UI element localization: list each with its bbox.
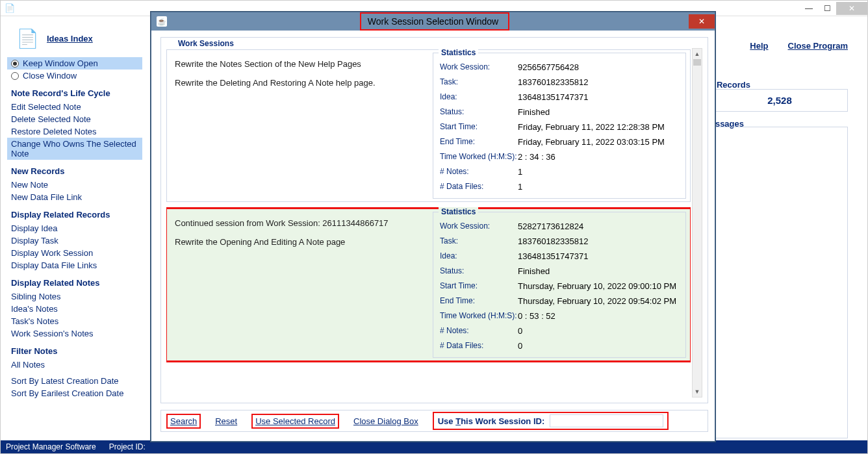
radio-checked-icon [11, 60, 19, 68]
ideas-notes-link[interactable]: Idea's Notes [7, 303, 142, 315]
work-sessions-fieldset: Work Sessions Rewrite the Notes Section … [160, 37, 708, 403]
app-icon: 📄 [5, 3, 15, 14]
session-line: Rewrite the Notes Section of the New Hel… [175, 59, 425, 69]
stat-key: Work Session: [440, 60, 518, 75]
stat-end: Friday, February 11, 2022 03:03:15 PM [518, 134, 665, 149]
search-button[interactable]: SSearchearch [168, 415, 199, 427]
statistics-legend: Statistics [439, 207, 478, 216]
stat-key: Status: [440, 264, 518, 279]
work-session-id-input[interactable] [550, 414, 663, 427]
document-icon: 📄 [16, 28, 39, 49]
session-line: Rewrite the Opening And Editing A Note p… [175, 237, 425, 247]
stat-start: Friday, February 11, 2022 12:28:38 PM [518, 120, 665, 134]
stat-key: End Time: [440, 134, 518, 149]
sort-earliest-link[interactable]: Sort By Earilest Creation Date [7, 387, 142, 399]
stat-key: Task: [440, 75, 518, 90]
work-session-selection-window: ☕ Work Session Selection Window ✕ Work S… [151, 12, 715, 442]
help-link[interactable]: Help [750, 41, 768, 51]
change-owner-link[interactable]: Change Who Owns The Selected Note [7, 138, 142, 160]
stat-key: # Data Files: [440, 338, 518, 353]
restore-deleted-notes-link[interactable]: Restore Deleted Notes [7, 125, 142, 138]
stat-files: 1 [518, 179, 522, 194]
records-count: 2,528 [711, 89, 848, 112]
status-app-name: Project Manager Software [6, 442, 96, 451]
section-life-cycle: Note Record's Life Cycle [11, 88, 142, 98]
maximize-button[interactable]: ☐ [818, 2, 836, 15]
statistics-box: Statistics Work Session:52827173612824 T… [433, 212, 686, 358]
session-line: Rewrite the Deleting And Restoring A Not… [175, 78, 425, 88]
stat-files: 0 [518, 338, 522, 353]
close-button[interactable]: ✕ [836, 2, 867, 15]
stat-notes: 0 [518, 323, 522, 338]
display-data-file-links-link[interactable]: Display Data File Links [7, 259, 142, 271]
edit-selected-note-link[interactable]: Edit Selected Note [7, 101, 142, 113]
scroll-up-icon[interactable]: ▲ [693, 49, 702, 59]
stat-idea: 136481351747371 [518, 90, 588, 105]
stat-key: Idea: [440, 90, 518, 105]
close-dialog-button[interactable]: Close Dialog Box [353, 416, 418, 426]
radio-unchecked-icon [11, 72, 19, 80]
modal-titlebar[interactable]: ☕ Work Session Selection Window ✕ [151, 12, 715, 31]
stat-end: Thursday, February 10, 2022 09:54:02 PM [518, 294, 676, 309]
all-notes-link[interactable]: All Notes [7, 359, 142, 371]
sibling-notes-link[interactable]: Sibling Notes [7, 290, 142, 303]
stat-ws: 52827173612824 [518, 219, 583, 234]
stat-key: Start Time: [440, 279, 518, 294]
section-filter-notes: Filter Notes [11, 346, 142, 356]
keep-window-open-radio[interactable]: Keep Window Open [7, 57, 142, 69]
tasks-notes-link[interactable]: Task's Notes [7, 315, 142, 327]
close-window-radio[interactable]: Close Window [7, 69, 142, 82]
section-display-notes: Display Related Notes [11, 278, 142, 288]
stat-key: Work Session: [440, 219, 518, 234]
statistics-box: Statistics Work Session:9256567756428 Ta… [433, 53, 686, 199]
minimize-button[interactable]: — [800, 2, 818, 15]
stat-key: Idea: [440, 249, 518, 264]
stat-key: Task: [440, 234, 518, 249]
stat-status: Finished [518, 105, 550, 120]
stat-worked: 2 : 34 : 36 [518, 149, 555, 164]
display-work-session-link[interactable]: Display Work Session [7, 247, 142, 259]
close-window-label: Close Window [23, 71, 77, 81]
reset-button[interactable]: Reset [215, 416, 237, 426]
use-selected-record-button[interactable]: Use Selected Record [253, 415, 338, 427]
sidebar: 📄 Ideas Index Keep Window Open Close Win… [7, 23, 142, 434]
scroll-thumb[interactable] [693, 59, 701, 66]
scroll-down-icon[interactable]: ▼ [693, 386, 702, 397]
sessions-list: Rewrite the Notes Section of the New Hel… [166, 49, 691, 397]
session-description: Rewrite the Notes Section of the New Hel… [167, 50, 433, 201]
stat-ws: 9256567756428 [518, 60, 579, 75]
status-bar: Project Manager Software Project ID: [1, 440, 867, 453]
use-this-id-label: Use This Work Session ID: [438, 416, 545, 426]
session-card[interactable]: Rewrite the Notes Section of the New Hel… [166, 49, 691, 202]
scrollbar[interactable]: ▲ ▼ [692, 48, 702, 397]
ideas-index-link[interactable]: Ideas Index [47, 34, 93, 44]
stat-key: Time Worked (H:M:S): [440, 309, 518, 323]
close-program-link[interactable]: Close Program [788, 41, 848, 51]
display-task-link[interactable]: Display Task [7, 234, 142, 247]
stat-start: Thursday, February 10, 2022 09:00:10 PM [518, 279, 676, 294]
display-idea-link[interactable]: Display Idea [7, 222, 142, 234]
stat-key: Start Time: [440, 120, 518, 134]
stat-task: 183760182335812 [518, 75, 588, 90]
stat-idea: 136481351747371 [518, 249, 588, 264]
modal-close-button[interactable]: ✕ [689, 14, 715, 29]
stat-notes: 1 [518, 164, 522, 179]
delete-selected-note-link[interactable]: Delete Selected Note [7, 113, 142, 125]
session-line: Continued session from Work Session: 261… [175, 218, 425, 228]
stat-key: # Data Files: [440, 179, 518, 194]
sort-latest-link[interactable]: Sort By Latest Creation Date [7, 375, 142, 387]
new-data-file-link[interactable]: New Data File Link [7, 191, 142, 203]
status-project-id: Project ID: [109, 442, 146, 451]
modal-footer: SSearchearch Reset Use Selected Record C… [160, 410, 708, 432]
session-card-selected[interactable]: Continued session from Work Session: 261… [166, 208, 691, 361]
stat-key: Time Worked (H:M:S): [440, 149, 518, 164]
stat-key: Status: [440, 105, 518, 120]
stat-key: End Time: [440, 294, 518, 309]
stat-task: 183760182335812 [518, 234, 588, 249]
use-this-id-group: Use This Work Session ID: [434, 413, 668, 429]
stat-key: # Notes: [440, 164, 518, 179]
ws-notes-link[interactable]: Work Session's Notes [7, 327, 142, 340]
keep-window-open-label: Keep Window Open [23, 58, 98, 68]
modal-body: Work Sessions Rewrite the Notes Section … [151, 31, 715, 441]
new-note-link[interactable]: New Note [7, 179, 142, 191]
